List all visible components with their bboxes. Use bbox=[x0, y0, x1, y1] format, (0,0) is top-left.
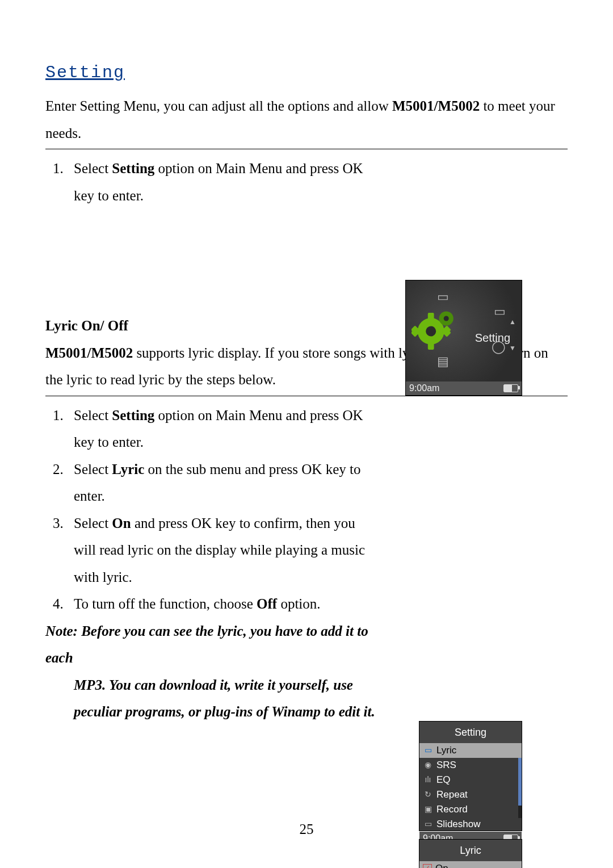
intro-text: Enter Setting Menu, you can adjust all t… bbox=[45, 93, 568, 146]
eq-icon: ılı bbox=[423, 772, 433, 787]
lyric-icon: ▭ bbox=[423, 743, 433, 758]
note: Note: Before you can see the lyric, you … bbox=[45, 618, 377, 726]
t: Select bbox=[74, 462, 112, 477]
note-line2: MP3. You can download it, write it yours… bbox=[45, 672, 377, 699]
t: Select bbox=[74, 515, 112, 531]
divider bbox=[45, 149, 568, 149]
step-2: Select Lyric on the sub menu and press O… bbox=[45, 456, 377, 510]
radio-icon: ▭ bbox=[494, 300, 506, 324]
kw: Off bbox=[257, 596, 277, 611]
note-line1: Note: Before you can see the lyric, you … bbox=[45, 623, 368, 666]
model: M5001/M5002 bbox=[392, 98, 480, 114]
section-enter-setting: Select Setting option on Main Menu and p… bbox=[45, 155, 568, 209]
kw-setting: Setting bbox=[112, 161, 154, 176]
menu-item-repeat[interactable]: ↻Repeat bbox=[419, 787, 522, 802]
menu-item-eq[interactable]: ılıEQ bbox=[419, 773, 522, 787]
t: Select bbox=[74, 161, 112, 176]
kw: Setting bbox=[112, 408, 154, 423]
setting-label: Setting bbox=[475, 327, 510, 349]
kw: Lyric bbox=[112, 462, 144, 477]
screenshot-main-menu: ▭ ▭ ▲ ▼ ◯ ▤ bbox=[405, 280, 522, 396]
battery-icon bbox=[503, 384, 518, 392]
svg-point-9 bbox=[426, 326, 436, 337]
label: On bbox=[435, 859, 448, 868]
scrollbar-thumb[interactable] bbox=[518, 758, 522, 806]
page-number: 25 bbox=[0, 816, 613, 843]
t: To turn off the function, choose bbox=[74, 596, 257, 611]
checkbox-checked-icon: ✓ bbox=[423, 864, 432, 868]
option-on[interactable]: ✓On bbox=[419, 861, 522, 868]
kw: On bbox=[112, 515, 131, 531]
srs-icon: ◉ bbox=[423, 757, 433, 773]
step-4: To turn off the function, choose Off opt… bbox=[45, 590, 377, 618]
svg-point-11 bbox=[444, 316, 449, 321]
t: Enter Setting Menu, you can adjust all t… bbox=[45, 98, 392, 114]
step-3: Select On and press OK key to confirm, t… bbox=[45, 510, 377, 591]
section-lyric: Select Setting option on Main Menu and p… bbox=[45, 402, 568, 726]
t: Select bbox=[74, 408, 112, 423]
status-bar: 9:00am bbox=[406, 381, 522, 395]
svg-rect-2 bbox=[428, 342, 434, 350]
menu-item-lyric[interactable]: ▭Lyric bbox=[419, 743, 522, 758]
menu-title: Lyric bbox=[419, 840, 522, 861]
t: option. bbox=[277, 596, 320, 611]
page-heading: Setting bbox=[45, 57, 568, 89]
scrollbar[interactable] bbox=[518, 758, 522, 818]
menu-title: Setting bbox=[419, 722, 522, 743]
screenshot-setting-menu: Setting ▭Lyric ◉SRS ılıEQ ↻Repeat ▣Recor… bbox=[419, 721, 522, 831]
menu-item-srs[interactable]: ◉SRS bbox=[419, 758, 522, 773]
note-line3: peculiar programs, or plug-ins of Winamp… bbox=[45, 698, 377, 726]
steps-list-1: Select Setting option on Main Menu and p… bbox=[45, 155, 369, 209]
model: M5001/M5002 bbox=[45, 345, 133, 360]
time-label: 9:00am bbox=[409, 380, 439, 396]
step-1: Select Setting option on Main Menu and p… bbox=[45, 155, 369, 209]
svg-rect-1 bbox=[428, 313, 434, 320]
step-1: Select Setting option on Main Menu and p… bbox=[45, 402, 377, 456]
repeat-icon: ↻ bbox=[423, 787, 433, 802]
record-icon: ▣ bbox=[423, 802, 433, 817]
screenshot-lyric-submenu: Lyric ✓On Off 9:00am bbox=[419, 839, 522, 869]
gear-icon bbox=[412, 303, 463, 354]
steps-list-2: Select Setting option on Main Menu and p… bbox=[45, 402, 377, 618]
